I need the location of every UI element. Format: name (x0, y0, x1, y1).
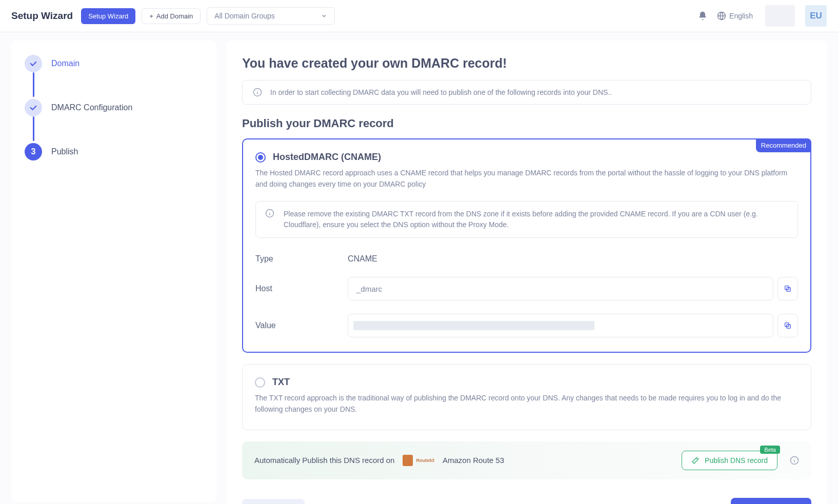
dns-publish-info: In order to start collecting DMARC data … (242, 80, 811, 105)
route53-logo-text: Route53 (416, 458, 434, 463)
host-input[interactable]: _dmarc (348, 277, 773, 300)
step-publish[interactable]: 3 Publish (25, 143, 203, 160)
record-type-row: Type CNAME (255, 254, 798, 264)
wizard-footer: Previous Complete setup (242, 498, 811, 504)
info-icon (265, 209, 274, 230)
route53-icon (403, 455, 413, 466)
domain-group-selected: All Domain Groups (214, 12, 275, 20)
wizard-steps-sidebar: Domain DMARC Configuration 3 Publish (11, 41, 216, 502)
plus-icon: + (149, 12, 153, 20)
info-icon (253, 88, 262, 97)
value-input[interactable] (348, 314, 773, 337)
copy-icon (784, 321, 792, 330)
info-icon[interactable] (790, 456, 799, 465)
beta-badge: Beta (760, 446, 780, 454)
route53-logo: Route53 (403, 455, 434, 466)
step-dmarc-config[interactable]: DMARC Configuration (25, 99, 203, 116)
step-label: Domain (51, 59, 79, 68)
record-value-row: Value (255, 314, 798, 337)
notifications-icon[interactable] (694, 8, 711, 24)
domain-group-select[interactable]: All Domain Groups (207, 7, 335, 25)
check-icon (25, 55, 42, 72)
txt-description: The TXT record approach is the tradition… (255, 393, 799, 415)
publish-dns-label: Publish DNS record (705, 456, 768, 465)
info-text: In order to start collecting DMARC data … (270, 88, 612, 96)
publish-subheading: Publish your DMARC record (242, 117, 811, 130)
setup-wizard-button[interactable]: Setup Wizard (81, 8, 135, 24)
hosted-warning: Please remove the existing DMARC TXT rec… (255, 201, 798, 238)
globe-icon (717, 11, 726, 21)
hosted-description: The Hosted DMARC record approach uses a … (255, 168, 798, 190)
auto-publish-text-pre: Automatically Publish this DNS record on (254, 456, 394, 465)
radio-txt[interactable] (255, 377, 265, 388)
step-number: 3 (25, 143, 42, 160)
copy-value-button[interactable] (777, 314, 798, 337)
add-domain-label: Add Domain (156, 12, 193, 20)
type-label: Type (255, 254, 348, 264)
option-txt: TXT The TXT record approach is the tradi… (242, 364, 811, 430)
auto-publish-provider: Amazon Route 53 (443, 456, 504, 465)
txt-title: TXT (272, 377, 290, 388)
top-header: Setup Wizard Setup Wizard + Add Domain A… (0, 0, 838, 32)
radio-hosted[interactable] (255, 152, 266, 163)
publish-dns-button[interactable]: Publish DNS record Beta (682, 451, 777, 470)
value-redacted (353, 321, 594, 330)
page-title: Setup Wizard (11, 10, 73, 22)
check-icon (25, 99, 42, 116)
value-label: Value (255, 321, 348, 330)
user-avatar[interactable] (765, 5, 795, 27)
hosted-title: HostedDMARC (CNAME) (273, 152, 381, 163)
copy-host-button[interactable] (777, 277, 798, 300)
main-heading: You have created your own DMARC record! (242, 56, 811, 71)
type-value: CNAME (348, 254, 377, 264)
step-label: DMARC Configuration (51, 103, 132, 112)
previous-button[interactable]: Previous (242, 499, 305, 504)
magic-wand-icon (691, 456, 700, 465)
step-domain[interactable]: Domain (25, 55, 203, 72)
add-domain-button[interactable]: + Add Domain (142, 8, 201, 24)
option-hosted-dmarc: Recommended HostedDMARC (CNAME) The Host… (242, 138, 811, 353)
complete-setup-button[interactable]: Complete setup (731, 498, 811, 504)
step-label: Publish (51, 147, 78, 156)
wizard-main: You have created your own DMARC record! … (227, 41, 827, 504)
copy-icon (784, 285, 792, 293)
record-host-row: Host _dmarc (255, 277, 798, 300)
auto-publish-bar: Automatically Publish this DNS record on… (242, 441, 811, 479)
language-label: English (729, 12, 753, 20)
host-label: Host (255, 284, 348, 293)
region-badge[interactable]: EU (805, 5, 827, 27)
chevron-down-icon (321, 13, 327, 19)
language-selector[interactable]: English (717, 11, 753, 21)
recommended-badge: Recommended (756, 138, 811, 152)
hosted-warning-text: Please remove the existing DMARC TXT rec… (284, 209, 788, 230)
